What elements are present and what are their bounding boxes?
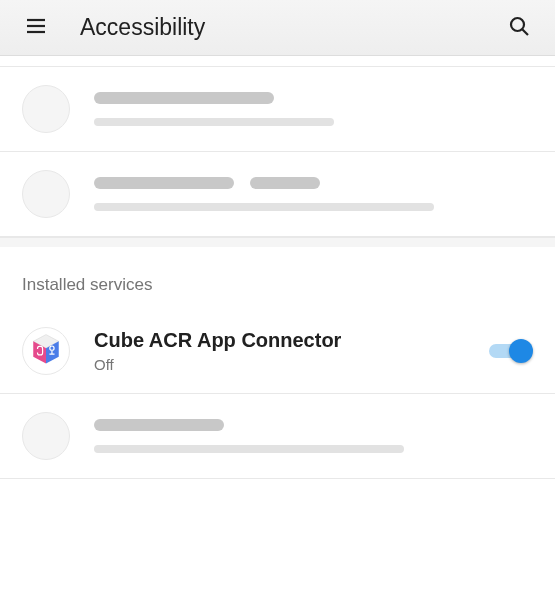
service-toggle[interactable] — [489, 339, 533, 363]
subtitle-placeholder-bar — [94, 203, 434, 211]
service-name: Cube ACR App Connector — [94, 329, 489, 352]
page-title: Accessibility — [80, 14, 499, 41]
svg-line-4 — [522, 29, 528, 35]
content-placeholder — [94, 177, 533, 211]
avatar-placeholder — [22, 170, 70, 218]
title-placeholder-bar — [94, 177, 234, 189]
service-text: Cube ACR App Connector Off — [94, 329, 489, 373]
cube-acr-icon — [29, 332, 63, 370]
section-header-installed: Installed services — [0, 247, 555, 309]
service-status: Off — [94, 356, 489, 373]
subtitle-placeholder-bar — [94, 445, 404, 453]
title-placeholder-bar — [94, 419, 224, 431]
content-placeholder — [94, 92, 533, 126]
section-divider — [0, 237, 555, 247]
svg-point-3 — [511, 18, 524, 31]
content-placeholder — [94, 419, 533, 453]
toggle-thumb — [509, 339, 533, 363]
list-item[interactable] — [0, 66, 555, 152]
title-placeholder-bar — [250, 177, 320, 189]
list-item[interactable] — [0, 152, 555, 237]
list-item[interactable] — [0, 394, 555, 479]
menu-button[interactable] — [16, 8, 56, 48]
avatar-placeholder — [22, 412, 70, 460]
app-header: Accessibility — [0, 0, 555, 56]
title-placeholder-bar — [94, 92, 274, 104]
subtitle-placeholder-bar — [94, 118, 334, 126]
search-icon — [507, 14, 531, 42]
app-icon-circle — [22, 327, 70, 375]
avatar-placeholder — [22, 85, 70, 133]
search-button[interactable] — [499, 8, 539, 48]
menu-icon — [24, 14, 48, 42]
service-item-cube-acr[interactable]: Cube ACR App Connector Off — [0, 309, 555, 394]
